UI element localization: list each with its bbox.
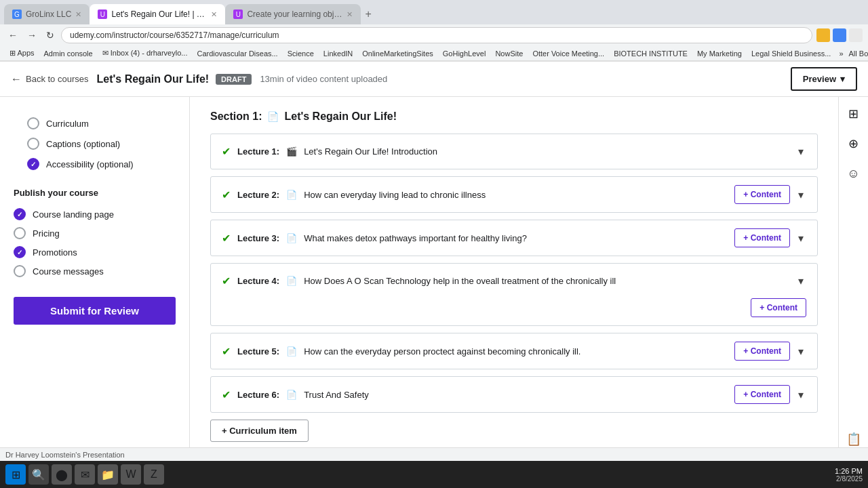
tab-objectives[interactable]: U Create your learning objectives ✕: [225, 4, 361, 24]
back-to-courses-label: Back to courses: [26, 74, 89, 84]
tab-favicon-3: U: [233, 9, 243, 19]
lecture-check-6: ✔: [222, 388, 231, 401]
bookmark-admin[interactable]: Admin console: [40, 48, 97, 59]
radio-landing-page: [14, 208, 26, 220]
lecture-extra-4: + Content: [211, 298, 817, 325]
lecture-check-3: ✔: [222, 232, 231, 245]
tab-grolinx[interactable]: G GroLinx LLC ✕: [4, 4, 90, 24]
right-panel-icon-3[interactable]: ☺: [844, 163, 864, 184]
taskbar-word-icon[interactable]: W: [121, 464, 141, 485]
lecture-label-3: Lecture 3:: [237, 233, 279, 243]
lecture-chevron-5[interactable]: ▾: [795, 342, 806, 361]
tab-close-2[interactable]: ✕: [211, 10, 217, 19]
address-input[interactable]: [61, 27, 812, 43]
lecture-label-2: Lecture 2:: [237, 190, 279, 200]
sidebar-item-course-messages[interactable]: Course messages: [14, 262, 176, 281]
bookmark-marketing[interactable]: My Marketing: [693, 48, 746, 59]
bookmark-nowsite[interactable]: NowSite: [491, 48, 527, 59]
bookmark-otter[interactable]: Otter Voice Meeting...: [528, 48, 608, 59]
right-panel-icon-1[interactable]: ⊞: [844, 104, 864, 124]
tab-title-3: Create your learning objectives: [247, 9, 342, 19]
status-bar-text: Dr Harvey Loomstein's Presentation: [5, 451, 125, 459]
lecture-chevron-6[interactable]: ▾: [795, 386, 806, 404]
back-to-courses-link[interactable]: ← Back to courses: [11, 73, 89, 85]
bookmarks-more[interactable]: »: [839, 49, 843, 58]
back-button[interactable]: ←: [5, 28, 20, 42]
content-button-5[interactable]: + Content: [734, 342, 790, 361]
lecture-row-1: ✔ Lecture 1: 🎬 Let's Regain Our Life! In…: [211, 134, 817, 169]
lecture-card-1: ✔ Lecture 1: 🎬 Let's Regain Our Life! In…: [210, 134, 818, 169]
radio-pricing: [14, 227, 26, 239]
bookmark-inbox[interactable]: ✉ Inbox (4) - drharveylo...: [98, 47, 192, 59]
tab-title-1: GroLinx LLC: [26, 9, 71, 19]
new-tab-button[interactable]: +: [361, 8, 375, 20]
lecture-chevron-4[interactable]: ▾: [795, 272, 806, 290]
sidebar-item-curriculum[interactable]: Curriculum: [14, 113, 176, 134]
reload-button[interactable]: ↻: [43, 28, 57, 42]
profile-icon[interactable]: [833, 28, 846, 42]
taskbar-mail-icon[interactable]: ✉: [75, 464, 95, 485]
preview-button[interactable]: Preview ▾: [791, 67, 857, 91]
lecture-chevron-3[interactable]: ▾: [795, 229, 806, 247]
sidebar-label-course-messages: Course messages: [33, 266, 104, 277]
taskbar-time: 1:26 PM 2/8/2025: [835, 467, 863, 483]
lecture-card-5: ✔ Lecture 5: 📄 How can the everyday pers…: [210, 333, 818, 369]
lecture-actions-2: + Content ▾: [734, 185, 806, 204]
radio-promotions: [14, 246, 26, 258]
bookmark-cardio[interactable]: Cardiovascular Diseas...: [193, 48, 281, 59]
bookmark-biotech[interactable]: BIOTECH INSTITUTE: [610, 48, 692, 59]
bookmark-gohigh[interactable]: GoHighLevel: [439, 48, 490, 59]
content-button-6[interactable]: + Content: [734, 385, 790, 404]
sidebar: Curriculum Captions (optional) Accessibi…: [0, 97, 190, 486]
sidebar-label-landing-page: Course landing page: [33, 209, 114, 220]
lecture-chevron-1[interactable]: ▾: [795, 142, 806, 161]
sidebar-item-promotions[interactable]: Promotions: [14, 243, 176, 262]
bookmark-apps[interactable]: ⊞ Apps: [5, 47, 39, 59]
taskbar-search-icon[interactable]: 🔍: [28, 464, 49, 485]
tab-favicon-2: U: [98, 9, 107, 19]
taskbar: ⊞ 🔍 ⬤ ✉ 📁 W Z 1:26 PM 2/8/2025: [0, 461, 868, 486]
content-button-3[interactable]: + Content: [734, 228, 790, 247]
tab-close-1[interactable]: ✕: [75, 10, 81, 19]
bookmark-science[interactable]: Science: [283, 48, 318, 59]
lecture-chevron-2[interactable]: ▾: [795, 186, 806, 204]
lecture-row-6: ✔ Lecture 6: 📄 Trust And Safety + Conten…: [211, 377, 817, 412]
taskbar-chrome-icon[interactable]: ⬤: [52, 464, 72, 485]
right-panel-icon-2[interactable]: ⊕: [844, 134, 864, 154]
sidebar-item-accessibility[interactable]: Accessibility (optional): [14, 154, 176, 174]
content-button-4-inner[interactable]: + Content: [751, 298, 806, 317]
lecture-row-5: ✔ Lecture 5: 📄 How can the everyday pers…: [211, 333, 817, 369]
preview-chevron-icon: ▾: [840, 74, 845, 84]
lecture-doc-icon-3: 📄: [286, 233, 297, 243]
bookmark-all[interactable]: All Bookmarks: [845, 48, 868, 59]
content-button-2[interactable]: + Content: [734, 185, 790, 204]
taskbar-files-icon[interactable]: 📁: [98, 464, 118, 485]
course-title: Let's Regain Our Life!: [97, 73, 210, 85]
browser-chrome: G GroLinx LLC ✕ U Let's Regain Our Life!…: [0, 0, 868, 62]
bookmark-legal[interactable]: Legal Shield Business...: [747, 48, 835, 59]
bookmark-linkedin[interactable]: LinkedIN: [319, 48, 357, 59]
radio-course-messages: [14, 265, 26, 277]
submit-for-review-button[interactable]: Submit for Review: [14, 297, 176, 325]
settings-icon[interactable]: [849, 28, 863, 42]
lecture-card-4: ✔ Lecture 4: 📄 How Does A O Scan Technol…: [210, 263, 818, 326]
sidebar-curriculum-section: Curriculum Captions (optional) Accessibi…: [0, 108, 189, 177]
taskbar-start-icon[interactable]: ⊞: [5, 464, 26, 485]
right-panel: ⊞ ⊕ ☺ 📋 🌐: [838, 97, 868, 486]
sidebar-item-pricing[interactable]: Pricing: [14, 224, 176, 243]
sidebar-label-pricing: Pricing: [33, 228, 60, 239]
lecture-check-1: ✔: [222, 145, 231, 158]
sidebar-item-captions[interactable]: Captions (optional): [14, 134, 176, 154]
right-panel-icon-4[interactable]: 📋: [844, 429, 864, 449]
tab-udemy[interactable]: U Let's Regain Our Life! | Udemy ✕: [90, 4, 225, 24]
tab-bar: G GroLinx LLC ✕ U Let's Regain Our Life!…: [0, 0, 868, 24]
lecture-card-2: ✔ Lecture 2: 📄 How can everyday living l…: [210, 176, 818, 213]
extensions-icon[interactable]: [816, 28, 830, 42]
forward-button[interactable]: →: [24, 28, 39, 42]
tab-close-3[interactable]: ✕: [347, 10, 353, 19]
taskbar-zoom-icon[interactable]: Z: [144, 464, 164, 485]
curriculum-item-button[interactable]: + Curriculum item: [210, 420, 309, 442]
lecture-actions-6: + Content ▾: [734, 385, 806, 404]
sidebar-item-landing-page[interactable]: Course landing page: [14, 205, 176, 224]
bookmark-online[interactable]: OnlineMarketingSites: [358, 48, 437, 59]
